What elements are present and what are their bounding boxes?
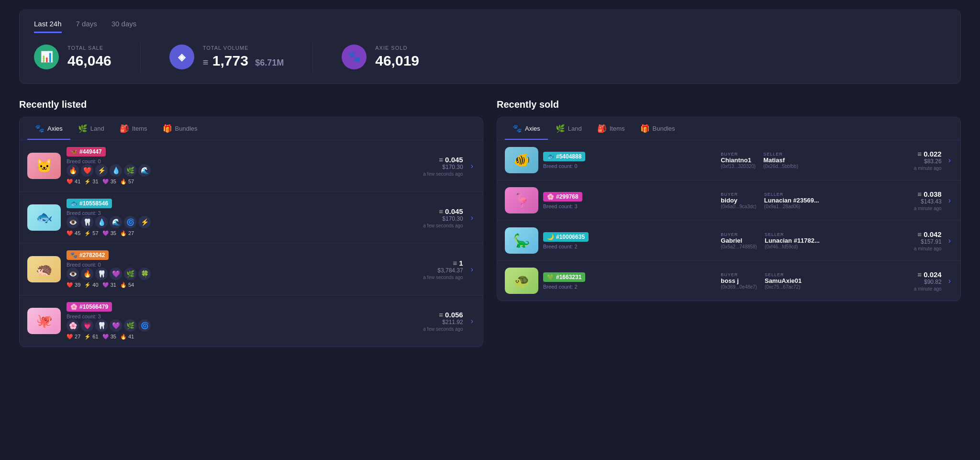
buyer-addr-0: (0xf13...320320) bbox=[721, 164, 756, 169]
sold-breed-3: Breed count: 2 bbox=[543, 284, 716, 290]
sold-price-usd-2: $157.91 bbox=[899, 238, 942, 245]
axie-avatar-0: 🐱 bbox=[27, 153, 61, 179]
seller-addr-2: (0xf46...fd59cd) bbox=[765, 244, 820, 249]
item-info-1: 🐟 #10558546 Breed count: 3 👁️🦷💧🌊🌀⚡ ❤️ 45… bbox=[67, 199, 414, 236]
seller-col-0: SELLER Matiasf (0x26d...5bbfbb) bbox=[763, 152, 798, 169]
sold-item-info-3: 💚 #1663231 Breed count: 2 bbox=[543, 272, 716, 290]
stat-chips-2: ❤️ 39⚡ 40💜 31🔥 54 bbox=[67, 282, 414, 288]
item-badge-2[interactable]: 🐾 #2782042 bbox=[67, 250, 109, 260]
seller-name-3: SamuAxie01 bbox=[765, 277, 802, 284]
sold-price-eth-2: ≡ 0.042 bbox=[899, 230, 942, 238]
breed-count-3: Breed count: 3 bbox=[67, 314, 414, 319]
price-usd-0: $170.30 bbox=[420, 164, 463, 170]
item-badge-1[interactable]: 🐟 #10558546 bbox=[67, 199, 112, 208]
sold-badge-3[interactable]: 💚 #1663231 bbox=[543, 272, 585, 282]
listed-item-1: 🐟 🐟 #10558546 Breed count: 3 👁️🦷💧🌊🌀⚡ ❤️ … bbox=[20, 192, 483, 244]
axie-avatar-3: 🐙 bbox=[27, 308, 61, 334]
buyer-col-1: BUYER bidoy (0x6a0...9ca3dc) bbox=[721, 192, 757, 209]
item-badge-0[interactable]: 🦋 #449447 bbox=[67, 147, 106, 157]
seller-name-1: Lunacian #23569... bbox=[764, 197, 819, 204]
sold-cat-tabs: 🐾 Axies 🌿 Land 🎒 Items 🎁 Bundles bbox=[497, 117, 960, 140]
sold-items-list: 🐠 🐟 #5404888 Breed count: 0 BUYER Chiant… bbox=[497, 140, 960, 301]
price-usd-3: $211.92 bbox=[420, 319, 463, 325]
listed-tab-bundles[interactable]: 🎁 Bundles bbox=[155, 117, 205, 140]
buyer-name-2: Gabriel bbox=[721, 237, 757, 244]
total-volume-icon: ◈ bbox=[169, 45, 194, 69]
sold-price-col-0: ≡ 0.022 $83.26 a minute ago bbox=[899, 150, 942, 171]
tab-30days[interactable]: 30 days bbox=[111, 20, 137, 33]
buyer-label-3: BUYER bbox=[721, 272, 757, 277]
buyer-seller-3: BUYER boss j (0x369...0e48e7) SELLER Sam… bbox=[721, 272, 893, 290]
stat-chips-1: ❤️ 45⚡ 57💜 35🔥 27 bbox=[67, 230, 414, 236]
sold-badge-1[interactable]: 🌸 #299768 bbox=[543, 192, 582, 202]
recently-sold-panel: 🐾 Axies 🌿 Land 🎒 Items 🎁 Bundles 🐠 bbox=[497, 117, 961, 301]
price-col-0: ≡ 0.045 $170.30 a few seconds ago bbox=[420, 156, 463, 177]
item-badge-3[interactable]: 🌸 #10566479 bbox=[67, 302, 112, 312]
body-parts-0: 🔥❤️⚡💧🌿🌊 bbox=[67, 164, 414, 177]
tab-24h[interactable]: Last 24h bbox=[34, 20, 62, 33]
breed-count-0: Breed count: 0 bbox=[67, 158, 414, 164]
chevron-btn-1[interactable]: › bbox=[469, 212, 475, 224]
buyer-name-0: Chiantno1 bbox=[721, 157, 756, 164]
sold-chevron-btn-3[interactable]: › bbox=[947, 275, 953, 287]
buyer-addr-1: (0x6a0...9ca3dc) bbox=[721, 204, 757, 209]
sold-item-0: 🐠 🐟 #5404888 Breed count: 0 BUYER Chiant… bbox=[497, 140, 960, 180]
land-icon: 🌿 bbox=[78, 124, 88, 133]
total-sale-stat: 📊 TOTAL SALE 46,046 bbox=[34, 45, 111, 69]
sold-bundles-icon: 🎁 bbox=[640, 124, 650, 133]
seller-col-3: SELLER SamuAxie01 (0xc75...67ac72) bbox=[765, 272, 802, 290]
sold-breed-1: Breed count: 3 bbox=[543, 203, 716, 209]
buyer-addr-3: (0x369...0e48e7) bbox=[721, 284, 757, 290]
breed-count-1: Breed count: 3 bbox=[67, 210, 414, 216]
sold-badge-2[interactable]: 🌙 #10006635 bbox=[543, 232, 589, 242]
body-parts-2: 👁️🔥🦷💜🌿🍀 bbox=[67, 268, 414, 280]
listed-items-list: 🐱 🦋 #449447 Breed count: 0 🔥❤️⚡💧🌿🌊 ❤️ 41… bbox=[20, 140, 483, 347]
sold-price-time-2: a minute ago bbox=[899, 246, 942, 251]
seller-label-0: SELLER bbox=[763, 152, 798, 157]
axie-avatar-1: 🐟 bbox=[27, 204, 61, 231]
recently-listed-title: Recently listed bbox=[19, 99, 483, 110]
sold-price-eth-0: ≡ 0.022 bbox=[899, 150, 942, 158]
sold-breed-2: Breed count: 2 bbox=[543, 244, 716, 249]
buyer-label-1: BUYER bbox=[721, 192, 757, 197]
sold-tab-items[interactable]: 🎒 Items bbox=[590, 117, 633, 140]
sold-items-icon: 🎒 bbox=[597, 124, 607, 133]
buyer-label-0: BUYER bbox=[721, 152, 756, 157]
item-info-3: 🌸 #10566479 Breed count: 3 🌸💗🦷💜🌿🌀 ❤️ 27⚡… bbox=[67, 302, 414, 340]
listed-tab-items[interactable]: 🎒 Items bbox=[112, 117, 155, 140]
listed-item-2: 🦔 🐾 #2782042 Breed count: 0 👁️🔥🦷💜🌿🍀 ❤️ 3… bbox=[20, 244, 483, 295]
listed-tab-land[interactable]: 🌿 Land bbox=[70, 117, 112, 140]
total-sale-label: TOTAL SALE bbox=[67, 45, 111, 51]
sold-price-time-0: a minute ago bbox=[899, 166, 942, 171]
sold-tab-axies[interactable]: 🐾 Axies bbox=[505, 117, 548, 140]
sold-badge-0[interactable]: 🐟 #5404888 bbox=[543, 152, 585, 161]
chevron-btn-0[interactable]: › bbox=[469, 160, 475, 172]
axie-avatar-2: 🦔 bbox=[27, 256, 61, 282]
sold-chevron-btn-0[interactable]: › bbox=[947, 154, 953, 167]
sold-tab-land[interactable]: 🌿 Land bbox=[548, 117, 590, 140]
sold-chevron-btn-1[interactable]: › bbox=[947, 194, 953, 207]
seller-name-0: Matiasf bbox=[763, 157, 798, 164]
tab-7days[interactable]: 7 days bbox=[76, 20, 97, 33]
sold-chevron-btn-2[interactable]: › bbox=[947, 235, 953, 247]
listed-tab-axies[interactable]: 🐾 Axies bbox=[27, 117, 70, 140]
chevron-btn-3[interactable]: › bbox=[469, 315, 475, 327]
sold-tab-bundles[interactable]: 🎁 Bundles bbox=[633, 117, 683, 140]
seller-label-3: SELLER bbox=[765, 272, 802, 277]
breed-count-2: Breed count: 0 bbox=[67, 262, 414, 268]
axie-sold-label: AXIE SOLD bbox=[375, 45, 419, 51]
price-usd-2: $3,784.37 bbox=[420, 267, 463, 274]
sold-price-time-1: a minute ago bbox=[899, 206, 942, 211]
sold-item-3: 🐢 💚 #1663231 Breed count: 2 BUYER boss j… bbox=[497, 261, 960, 301]
divider-1 bbox=[140, 43, 141, 71]
chevron-btn-2[interactable]: › bbox=[469, 263, 475, 276]
sold-item-info-0: 🐟 #5404888 Breed count: 0 bbox=[543, 152, 716, 169]
sold-price-col-1: ≡ 0.038 $143.43 a minute ago bbox=[899, 190, 942, 211]
price-time-0: a few seconds ago bbox=[420, 171, 463, 177]
listed-item-3: 🐙 🌸 #10566479 Breed count: 3 🌸💗🦷💜🌿🌀 ❤️ 2… bbox=[20, 295, 483, 347]
time-tabs: Last 24h 7 days 30 days bbox=[34, 20, 946, 33]
price-eth-2: ≡ 1 bbox=[420, 259, 463, 267]
total-sale-icon: 📊 bbox=[34, 45, 59, 69]
total-volume-stat: ◈ TOTAL VOLUME ≡ 1,773 $6.71M bbox=[169, 45, 284, 69]
main-content: Recently listed 🐾 Axies 🌿 Land 🎒 Items 🎁 bbox=[19, 99, 961, 347]
